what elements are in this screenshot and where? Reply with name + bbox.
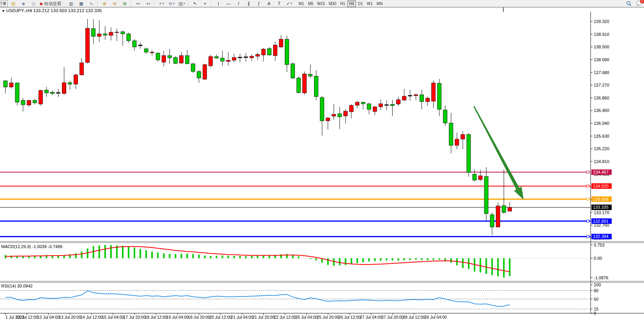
rsi-tick-label: 50	[594, 297, 598, 302]
toolbar-separator	[64, 1, 65, 6]
timeframe-h1[interactable]: H1	[338, 0, 347, 7]
line-handle	[587, 198, 589, 201]
candle-body	[250, 56, 254, 58]
macd-tick-label: 0.753	[594, 243, 605, 247]
rsi-tick-label: 100	[594, 282, 601, 287]
time-tick-label: 27 Jul 04:00	[360, 315, 382, 319]
candle-body	[39, 91, 42, 104]
candle-body	[185, 56, 189, 64]
candle-body	[326, 118, 330, 121]
macd-tick-label: -1.0876	[594, 275, 608, 280]
symbol-collapse-icon[interactable]: ▼	[2, 9, 5, 13]
arrows-tool-icon[interactable]: ✓▾	[284, 0, 294, 7]
candle-body	[303, 74, 307, 93]
rsi-tick-label: 0	[594, 311, 596, 316]
candle-body	[478, 176, 482, 180]
candle-body	[21, 100, 25, 105]
client-terminal-icon[interactable]: ☻	[19, 0, 28, 7]
toolbar-separator	[211, 1, 212, 6]
candlesticks	[4, 19, 512, 235]
chart-header: USDJPY-,H4 133.212 133.503 133.212 133.3…	[6, 8, 102, 13]
candle-body	[180, 56, 183, 63]
history-notepad-icon[interactable]: ▤	[9, 0, 18, 7]
line-chart-icon[interactable]: ∿	[86, 0, 96, 7]
candle-body	[4, 81, 7, 87]
candle-body	[291, 64, 295, 78]
candle-body	[138, 45, 142, 46]
time-axis: 1 Jul 202212 Jul 12:0013 Jul 04:0013 Jul…	[5, 313, 447, 319]
text-icon[interactable]: A	[264, 0, 273, 7]
timeframe-w1[interactable]: W1	[365, 0, 375, 7]
time-tick-label: 13 Jul 20:00	[59, 315, 81, 319]
candle-body	[56, 92, 60, 93]
candle-body	[344, 111, 348, 116]
chart-shift-icon[interactable]: ↤	[143, 0, 153, 7]
signals-icon[interactable]: ◎	[29, 0, 38, 7]
vertical-line-icon[interactable]: |	[213, 0, 223, 7]
zoom-in-icon[interactable]: ⊕	[100, 0, 109, 7]
chart-frame	[0, 7, 644, 313]
toolbar: 订单 ▤☻◎▶自动交易▥▦∿⊕⊖⊞↦↤+▾⊙▾▨▾↖+|—/∥ƒAT✓▾ M1M…	[0, 0, 644, 7]
toolbar-right-group: 1	[626, 0, 642, 7]
candle-body	[197, 71, 201, 78]
candle-body	[226, 60, 230, 62]
candle-body	[473, 174, 476, 180]
candle-chart-icon[interactable]: ▦	[76, 0, 86, 7]
search-icon[interactable]	[626, 1, 632, 7]
price-tag-label: 134.467	[593, 170, 609, 174]
bar-chart-icon[interactable]: ▥	[66, 0, 76, 7]
horizontal-line-icon[interactable]: —	[224, 0, 233, 7]
candle-body	[349, 105, 353, 112]
timeframe-m30[interactable]: M30	[327, 0, 338, 7]
tile-windows-icon[interactable]: ⊞	[120, 0, 129, 7]
timeframe-d1[interactable]: D1	[356, 0, 365, 7]
toolbar-separator	[154, 1, 155, 6]
zoom-out-icon[interactable]: ⊖	[110, 0, 119, 7]
line-handle	[587, 235, 589, 238]
timeframe-mn[interactable]: MN	[375, 0, 385, 7]
timeframe-h4[interactable]: H4	[347, 0, 356, 7]
candle-body	[144, 49, 148, 52]
time-tick-label: 19 Jul 04:00	[166, 315, 189, 319]
time-tick-label: 25 Jul 20:00	[317, 315, 339, 319]
fibonacci-icon[interactable]: ƒ	[254, 0, 263, 7]
candle-body	[191, 64, 195, 71]
chart-area[interactable]: 139.320138.910138.500138.090137.680137.2…	[0, 0, 644, 323]
price-tag-label: 133.335	[593, 205, 609, 209]
candle-body	[232, 57, 236, 60]
price-tick-label: 138.090	[594, 57, 609, 62]
price-tag-label: 134.020	[593, 184, 609, 188]
candle-body	[355, 102, 359, 105]
channel-icon[interactable]: ∥	[244, 0, 253, 7]
autotrade-button[interactable]: ▶自动交易	[39, 0, 62, 7]
time-tick-label: 18 Jul 12:00	[145, 315, 167, 319]
toolbar-separator	[188, 1, 189, 6]
timeframe-m1[interactable]: M1	[296, 0, 306, 7]
timeframe-m15[interactable]: M15	[315, 0, 326, 7]
add-indicator-icon[interactable]: +▾	[157, 0, 166, 7]
candle-body	[502, 206, 506, 213]
time-tick-label: 17 Jul 23:00	[124, 315, 146, 319]
candle-body	[390, 105, 394, 106]
label-icon[interactable]: T	[274, 0, 284, 7]
price-tick-label: 136.860	[594, 96, 609, 100]
templates-icon[interactable]: ▨▾	[177, 0, 186, 7]
time-tick-label: 28 Jul 12:00	[403, 315, 425, 319]
toolbar-separator	[131, 1, 132, 6]
cursor-icon[interactable]: ↖	[190, 0, 199, 7]
time-tick-label: 20 Jul 12:00	[209, 315, 231, 319]
rsi-label: RSI(14) 30.0942	[1, 284, 33, 288]
periods-icon[interactable]: ⊙▾	[167, 0, 176, 7]
time-tick-label: 21 Jul 04:00	[231, 315, 253, 319]
candle-body	[508, 207, 512, 211]
price-tag-label: 133.598	[593, 197, 609, 202]
new-order-button[interactable]: 订单	[0, 0, 8, 7]
price-tag-label: 132.394	[593, 234, 609, 239]
scroll-to-end-icon[interactable]: ↦	[133, 0, 143, 7]
candle-body	[443, 110, 447, 123]
crosshair-icon[interactable]: +	[200, 0, 210, 7]
candle-body	[426, 98, 430, 102]
chat-icon[interactable]: 1	[636, 0, 642, 7]
trendline-icon[interactable]: /	[234, 0, 243, 7]
timeframe-m5[interactable]: M5	[306, 0, 315, 7]
